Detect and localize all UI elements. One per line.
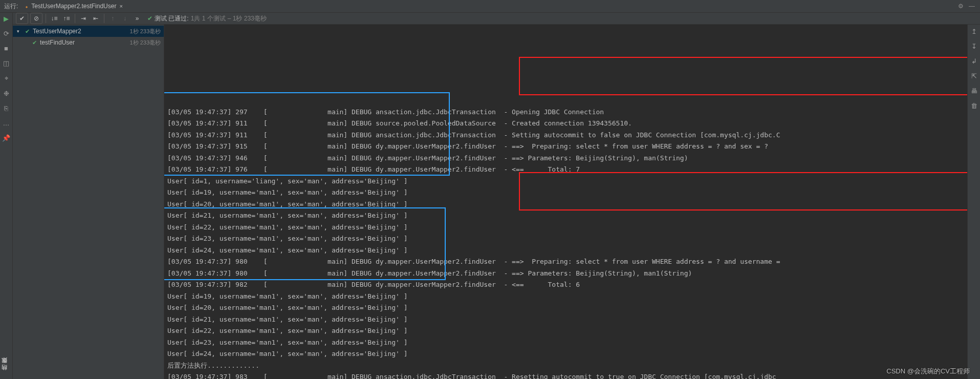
console-line: [03/05 19:47:37] 297 [ main] DEBUG ansac… [167,107,967,118]
chevron-icon[interactable]: » [131,13,143,24]
scroll-bottom-icon[interactable]: ↧ [971,43,977,50]
gear-icon[interactable]: ⚙ [958,3,964,10]
console-line: [03/05 19:47:37] 911 [ main] DEBUG ansac… [167,130,967,141]
console-line: User[ id=21, username='man1', sex='man',… [167,210,967,222]
expand-icon[interactable]: ⇥ [77,13,90,24]
console-line: User[ id=24, username='man1', sex='man',… [167,245,967,257]
tick-icon: ✔ [32,39,37,46]
run-icon[interactable]: ▶ [4,15,9,23]
console-line: User[ id=21, username='man1', sex='man',… [167,314,967,326]
console-line: User[ id=19, username='man1', sex='man',… [167,187,967,199]
tree-child[interactable]: ✔ testFindUser 1秒 233毫秒 [13,37,164,48]
export-icon[interactable]: ⇱ [971,72,977,80]
console-line: [03/05 19:47:37] 980 [ main] DEBUG dy.ma… [167,256,967,268]
right-gutter: ↥ ↧ ↲ ⇱ 🖶 🗑 [967,25,980,379]
console-line: User[ id=22, username='man1', sex='man',… [167,222,967,234]
highlight-box-red-1 [519,57,967,95]
console-line: [03/05 19:47:37] 980 [ main] DEBUG dy.ma… [167,268,967,280]
console-output[interactable]: [03/05 19:47:37] 297 [ main] DEBUG ansac… [164,25,967,379]
console-line: User[ id=23, username='man1', sex='man',… [167,337,967,349]
tree-root-name: TestUserMapper2 [33,28,81,35]
console-line: User[ id=24, username='man1', sex='man',… [167,348,967,360]
test-tree[interactable]: ▾ ✔ TestUserMapper2 1秒 233毫秒 ✔ testFindU… [13,25,164,379]
status-time: – 1秒 233毫秒 [228,14,267,23]
exit-icon[interactable]: ⎘ [4,104,8,112]
test-icon: ⬥ [25,4,28,9]
tree-root-time: 1秒 233毫秒 [129,28,164,35]
trash-icon[interactable]: 🗑 [971,102,977,110]
minimize-icon[interactable]: — [969,3,975,10]
console-line: 后置方法执行............. [167,360,967,372]
run-tab[interactable]: ⬥ TestUserMapper2.testFindUser × [21,0,127,13]
status-count: 1共 1 个测试 [191,14,226,23]
console-line: [03/05 19:47:37] 983 [ main] DEBUG ansac… [167,371,967,379]
test-status: ✔ 测试 已通过: 1共 1 个测试 – 1秒 233毫秒 [147,14,267,23]
tick-icon: ✔ [25,28,30,35]
close-icon[interactable]: × [119,3,122,9]
run-tests-icon[interactable]: ⟳ [4,30,9,37]
top-tab-bar: 运行: ⬥ TestUserMapper2.testFindUser × ⚙ — [0,0,980,13]
console-line: [03/05 19:47:37] 946 [ main] DEBUG dy.ma… [167,153,967,164]
chevron-down-icon[interactable]: ▾ [17,29,22,34]
console-line: [03/05 19:47:37] 911 [ main] DEBUG sourc… [167,118,967,130]
camera-icon[interactable]: ⌖ [5,74,8,82]
disable-button[interactable]: ⊘ [30,13,42,24]
tick-icon: ✔ [147,15,153,22]
pin-icon[interactable]: 📌 [2,134,10,142]
print-icon[interactable]: 🖶 [971,87,977,95]
collapse-icon[interactable]: ⇤ [90,13,102,24]
status-prefix: 测试 已通过: [155,14,189,23]
layout-icon[interactable]: ◫ [3,59,9,67]
results-toolbar: ✔ ⊘ ↓≡ ↑≡ ⇥ ⇤ ↑ ↓ » ✔ 测试 已通过: 1共 1 个测试 –… [13,13,980,25]
console-line: User[ id=22, username='man1', sex='man',… [167,325,967,337]
watermark: CSDN @会洗碗的CV工程师 [886,367,970,376]
tree-root[interactable]: ▾ ✔ TestUserMapper2 1秒 233毫秒 [13,26,164,37]
stop-icon[interactable]: ■ [4,45,8,52]
console-line: User[ id=1, username='liang', sex='man',… [167,176,967,187]
run-label: 运行: [4,2,18,11]
left-gutter: ▶ ⟳ ■ ◫ ⌖ ❉ ⎘ … 📌 [0,13,13,379]
left-vertical-tabs[interactable]: 结构 数据库 [1,368,8,375]
console-line: [03/05 19:47:37] 915 [ main] DEBUG dy.ma… [167,141,967,153]
tree-child-time: 1秒 233毫秒 [129,39,164,47]
sort-up-icon[interactable]: ↑≡ [60,13,73,24]
wrap-icon[interactable]: ↲ [971,57,977,65]
run-tab-label: TestUserMapper2.testFindUser [31,3,116,10]
check-button[interactable]: ✔ [16,13,28,24]
more-icon[interactable]: … [3,119,10,127]
tree-child-name: testFindUser [40,39,75,46]
console-line: [03/05 19:47:37] 982 [ main] DEBUG dy.ma… [167,279,967,291]
scroll-top-icon[interactable]: ↥ [971,28,977,35]
console-line: User[ id=20, username='man1', sex='man',… [167,302,967,314]
sort-down-icon[interactable]: ↓≡ [48,13,60,24]
console-line: User[ id=20, username='man1', sex='man',… [167,199,967,210]
console-line: [03/05 19:47:37] 976 [ main] DEBUG dy.ma… [167,164,967,176]
debug-icon[interactable]: ❉ [4,90,9,97]
console-line: User[ id=19, username='man1', sex='man',… [167,291,967,303]
down-icon[interactable]: ↓ [119,13,131,24]
console-line: User[ id=23, username='man1', sex='man',… [167,233,967,245]
up-icon[interactable]: ↑ [106,13,119,24]
